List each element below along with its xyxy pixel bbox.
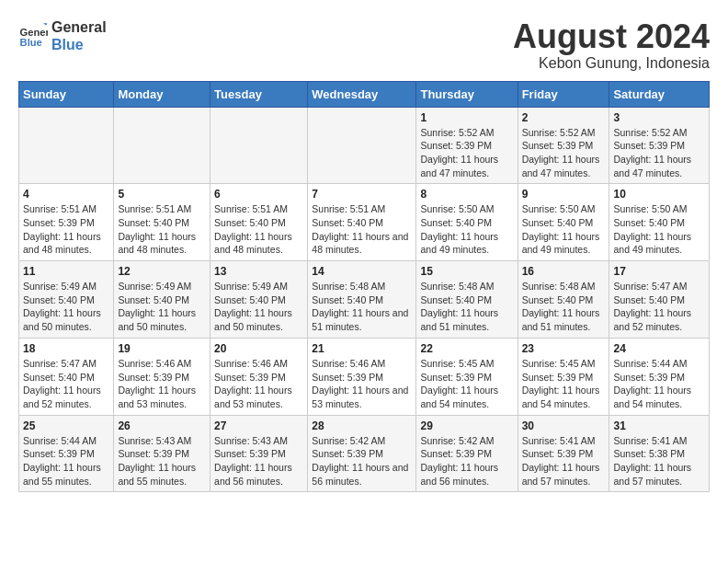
- day-info: Daylight: 11 hours and 51 minutes.: [420, 306, 513, 333]
- day-info: Sunset: 5:39 PM: [613, 139, 705, 153]
- day-number: 14: [312, 265, 412, 278]
- calendar-cell: 22Sunrise: 5:45 AMSunset: 5:39 PMDayligh…: [416, 338, 518, 415]
- calendar-cell: 11Sunrise: 5:49 AMSunset: 5:40 PMDayligh…: [19, 261, 114, 339]
- day-number: 28: [312, 419, 412, 432]
- day-info: Sunset: 5:40 PM: [522, 293, 606, 307]
- calendar-cell: 1Sunrise: 5:52 AMSunset: 5:39 PMDaylight…: [416, 107, 518, 184]
- calendar-cell: 3Sunrise: 5:52 AMSunset: 5:39 PMDaylight…: [609, 107, 710, 184]
- day-info: Daylight: 11 hours and 50 minutes.: [118, 306, 206, 333]
- day-number: 22: [420, 342, 513, 355]
- day-number: 19: [118, 342, 206, 355]
- day-header-monday: Monday: [114, 81, 210, 107]
- day-info: Sunrise: 5:42 AM: [420, 434, 513, 448]
- day-number: 12: [118, 265, 206, 278]
- day-number: 30: [522, 419, 606, 432]
- day-info: Sunset: 5:39 PM: [522, 139, 606, 153]
- calendar-cell: [308, 107, 416, 184]
- day-info: Sunrise: 5:46 AM: [118, 357, 206, 371]
- calendar-cell: 16Sunrise: 5:48 AMSunset: 5:40 PMDayligh…: [518, 261, 609, 339]
- day-info: Sunset: 5:39 PM: [118, 447, 206, 461]
- calendar-cell: 6Sunrise: 5:51 AMSunset: 5:40 PMDaylight…: [210, 184, 308, 261]
- day-header-tuesday: Tuesday: [210, 81, 308, 107]
- day-info: Daylight: 11 hours and 50 minutes.: [23, 306, 109, 333]
- day-info: Daylight: 11 hours and 53 minutes.: [312, 384, 412, 410]
- day-header-friday: Friday: [518, 81, 609, 107]
- day-info: Sunrise: 5:42 AM: [312, 434, 412, 448]
- day-number: 6: [214, 188, 303, 201]
- day-info: Sunset: 5:39 PM: [522, 447, 606, 461]
- calendar-cell: 7Sunrise: 5:51 AMSunset: 5:40 PMDaylight…: [308, 184, 416, 261]
- day-info: Daylight: 11 hours and 55 minutes.: [118, 461, 206, 488]
- day-number: 8: [420, 188, 513, 201]
- day-info: Sunset: 5:40 PM: [23, 371, 109, 385]
- calendar-cell: 21Sunrise: 5:46 AMSunset: 5:39 PMDayligh…: [308, 338, 416, 415]
- day-info: Daylight: 11 hours and 54 minutes.: [420, 384, 513, 410]
- day-number: 18: [23, 342, 109, 355]
- day-info: Sunset: 5:39 PM: [420, 139, 513, 153]
- day-number: 26: [118, 419, 206, 432]
- day-header-wednesday: Wednesday: [308, 81, 416, 107]
- day-number: 25: [23, 419, 109, 432]
- day-number: 24: [613, 342, 705, 355]
- day-info: Sunrise: 5:41 AM: [613, 434, 705, 448]
- calendar-cell: 30Sunrise: 5:41 AMSunset: 5:39 PMDayligh…: [518, 415, 609, 492]
- day-number: 10: [613, 188, 705, 201]
- day-info: Daylight: 11 hours and 52 minutes.: [613, 306, 705, 333]
- day-info: Sunrise: 5:44 AM: [613, 357, 705, 371]
- calendar-cell: [114, 107, 210, 184]
- day-info: Daylight: 11 hours and 48 minutes.: [118, 230, 206, 257]
- day-number: 31: [613, 419, 705, 432]
- day-number: 7: [312, 188, 412, 201]
- calendar-cell: 29Sunrise: 5:42 AMSunset: 5:39 PMDayligh…: [416, 415, 518, 492]
- day-number: 29: [420, 419, 513, 432]
- day-info: Sunset: 5:40 PM: [420, 293, 513, 307]
- day-info: Sunset: 5:39 PM: [420, 371, 513, 385]
- logo-icon: General Blue: [18, 21, 48, 51]
- calendar-cell: [19, 107, 114, 184]
- calendar-cell: 12Sunrise: 5:49 AMSunset: 5:40 PMDayligh…: [114, 261, 210, 339]
- day-info: Daylight: 11 hours and 51 minutes.: [522, 306, 606, 333]
- calendar-cell: 2Sunrise: 5:52 AMSunset: 5:39 PMDaylight…: [518, 107, 609, 184]
- day-info: Sunset: 5:39 PM: [23, 216, 109, 230]
- calendar-cell: 10Sunrise: 5:50 AMSunset: 5:40 PMDayligh…: [609, 184, 710, 261]
- day-number: 11: [23, 265, 109, 278]
- day-number: 9: [522, 188, 606, 201]
- day-info: Sunrise: 5:50 AM: [420, 202, 513, 216]
- day-info: Sunset: 5:39 PM: [420, 447, 513, 461]
- day-info: Sunset: 5:39 PM: [23, 447, 109, 461]
- calendar-cell: 27Sunrise: 5:43 AMSunset: 5:39 PMDayligh…: [210, 415, 308, 492]
- week-row-3: 11Sunrise: 5:49 AMSunset: 5:40 PMDayligh…: [19, 261, 710, 339]
- day-info: Sunset: 5:39 PM: [312, 447, 412, 461]
- day-number: 2: [522, 111, 606, 124]
- calendar-cell: 24Sunrise: 5:44 AMSunset: 5:39 PMDayligh…: [609, 338, 710, 415]
- svg-text:Blue: Blue: [20, 37, 42, 48]
- day-info: Daylight: 11 hours and 54 minutes.: [613, 384, 705, 410]
- calendar-cell: 14Sunrise: 5:48 AMSunset: 5:40 PMDayligh…: [308, 261, 416, 339]
- calendar-cell: 17Sunrise: 5:47 AMSunset: 5:40 PMDayligh…: [609, 261, 710, 339]
- day-info: Daylight: 11 hours and 55 minutes.: [23, 461, 109, 488]
- day-info: Sunrise: 5:51 AM: [312, 202, 412, 216]
- day-info: Daylight: 11 hours and 48 minutes.: [214, 230, 303, 257]
- day-info: Daylight: 11 hours and 48 minutes.: [23, 230, 109, 257]
- day-info: Daylight: 11 hours and 48 minutes.: [312, 230, 412, 257]
- day-info: Sunrise: 5:43 AM: [118, 434, 206, 448]
- day-info: Sunset: 5:40 PM: [214, 293, 303, 307]
- day-number: 17: [613, 265, 705, 278]
- day-info: Daylight: 11 hours and 47 minutes.: [522, 153, 606, 179]
- header: General Blue General Blue August 2024 Ke…: [18, 18, 710, 72]
- day-info: Sunrise: 5:52 AM: [613, 126, 705, 140]
- day-info: Sunrise: 5:50 AM: [522, 202, 606, 216]
- day-info: Sunset: 5:40 PM: [23, 293, 109, 307]
- day-info: Sunset: 5:40 PM: [420, 216, 513, 230]
- day-info: Sunset: 5:40 PM: [118, 293, 206, 307]
- logo-line1: General: [51, 18, 107, 36]
- day-info: Sunrise: 5:47 AM: [613, 280, 705, 293]
- day-number: 3: [613, 111, 705, 124]
- day-info: Sunrise: 5:48 AM: [420, 280, 513, 293]
- day-info: Sunrise: 5:51 AM: [23, 202, 109, 216]
- title-area: August 2024 Kebon Gunung, Indonesia: [513, 18, 710, 72]
- calendar-cell: 5Sunrise: 5:51 AMSunset: 5:40 PMDaylight…: [114, 184, 210, 261]
- day-info: Sunrise: 5:49 AM: [23, 280, 109, 293]
- calendar-cell: 8Sunrise: 5:50 AMSunset: 5:40 PMDaylight…: [416, 184, 518, 261]
- day-info: Daylight: 11 hours and 54 minutes.: [522, 384, 606, 410]
